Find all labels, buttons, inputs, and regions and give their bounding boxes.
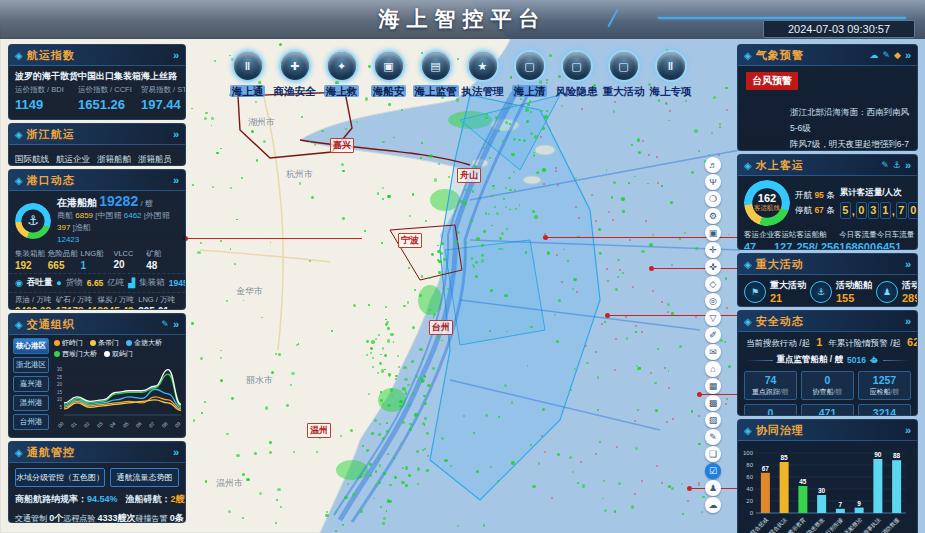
- edit-icon[interactable]: ✎: [161, 319, 169, 329]
- app-label: 海上监管: [413, 85, 459, 97]
- app-label: 海上清: [512, 85, 548, 97]
- more-chevron-icon[interactable]: »: [173, 174, 179, 186]
- more-chevron-icon[interactable]: »: [905, 258, 911, 270]
- legend-item[interactable]: 虾峙门: [54, 338, 83, 348]
- key-supervised-divider: 重点监管船舶 / 艘 5016 ⛴: [738, 352, 917, 368]
- panel-safety-dynamics: ◈ 安全动态 » 当前搜救行动 /起 1 年累计险情预警 /起 62 重点监管船…: [737, 310, 918, 416]
- megaphone-icon[interactable]: ♬: [705, 157, 721, 173]
- nav-control-button[interactable]: 水域分级管控（五色图）: [15, 468, 105, 487]
- app-button-风险隐患[interactable]: ▢风险隐患: [553, 50, 600, 97]
- panel-zhejiang-shipping: ◈ 浙江航运 » 国际航线245航运企业1664浙籍船舶6921浙籍船员7966…: [8, 123, 186, 166]
- mail-icon[interactable]: ✉: [705, 344, 721, 360]
- beacon-icon[interactable]: ❍: [705, 191, 721, 207]
- image-icon[interactable]: ▩: [705, 395, 721, 411]
- legend-item[interactable]: 条帚门: [90, 338, 119, 348]
- nav-footer-stats: 交通管制 0个远程点验 4333艘次碰撞告警 0条: [9, 509, 185, 523]
- app-button-海上清[interactable]: ▢海上清: [506, 50, 553, 97]
- ship-type-stat: VLCC20: [113, 249, 146, 271]
- sar-count: 1: [816, 336, 822, 348]
- svg-text:08: 08: [161, 420, 169, 428]
- legend-item[interactable]: 金塘大桥: [126, 338, 162, 348]
- panel-title: 浙江航运: [27, 127, 75, 142]
- fullscreen-icon[interactable]: ✛: [705, 242, 721, 258]
- fish-value: 12423: [57, 235, 79, 244]
- passenger-stat: 今日客流量168600: [839, 230, 877, 250]
- port-area-tabs: 核心港区浙北港区嘉兴港温州港台州港: [13, 338, 49, 435]
- bar-联合执法[interactable]: [780, 462, 789, 513]
- polygon-icon[interactable]: ◇: [705, 276, 721, 292]
- building-icon[interactable]: ⌂: [705, 361, 721, 377]
- activity-stat: ⚓活动船舶155: [810, 279, 872, 304]
- bar-海事执法[interactable]: [873, 459, 882, 513]
- safety-cell[interactable]: 1257应检船/艘: [858, 371, 911, 400]
- bar-行刑衔接[interactable]: [836, 509, 845, 513]
- passenger-stat: 今日车流量6451: [877, 230, 915, 250]
- bar-三无船整治[interactable]: [855, 508, 864, 513]
- more-chevron-icon[interactable]: »: [905, 424, 911, 436]
- filter-icon[interactable]: ▽: [705, 310, 721, 326]
- passenger-stat: 客运企业47: [744, 230, 774, 250]
- cloud-icon[interactable]: ☁: [705, 497, 721, 513]
- port-area-tab[interactable]: 嘉兴港: [13, 376, 49, 392]
- helm-icon[interactable]: ⚙: [705, 208, 721, 224]
- signal-tower-icon[interactable]: Ψ: [705, 174, 721, 190]
- throughput-row: ◉ 吞吐量 ● 货物 6.65 亿吨 ▟ 集装箱 1945.92 万TEU: [9, 273, 185, 293]
- app-button-商渔安全[interactable]: ✚商渔安全: [271, 50, 318, 97]
- passenger-routes-gauge: 162 客运航线: [744, 180, 790, 226]
- app-button-海上救[interactable]: ✦海上救: [318, 50, 365, 97]
- ship-icon[interactable]: ⚓: [893, 160, 901, 170]
- nav-control-button[interactable]: 通航流量态势图: [110, 468, 179, 487]
- app-button-海上专项[interactable]: ‖海上专项: [647, 50, 694, 97]
- app-button-海上通[interactable]: ‖海上通: [224, 50, 271, 97]
- pushpin-icon[interactable]: ✜: [705, 259, 721, 275]
- zhejiang-stat: 国际航线245: [15, 148, 56, 166]
- port-area-tab[interactable]: 台州港: [13, 414, 49, 430]
- pencil-icon[interactable]: ✎: [705, 429, 721, 445]
- app-button-执法管理[interactable]: ★执法管理: [459, 50, 506, 97]
- app-button-重大活动[interactable]: ▢重大活动: [600, 50, 647, 97]
- edit-icon[interactable]: ✎: [881, 160, 889, 170]
- diamond-icon: ◈: [744, 316, 752, 327]
- port-area-tab[interactable]: 核心港区: [13, 338, 49, 354]
- more-chevron-icon[interactable]: »: [173, 128, 179, 140]
- passenger-stat: 客运船舶258/ 256: [797, 230, 840, 250]
- more-chevron-icon[interactable]: »: [173, 446, 179, 458]
- legend-item[interactable]: 西堠门大桥: [54, 349, 97, 359]
- svg-text:40: 40: [746, 486, 753, 492]
- safety-cell[interactable]: 0协查船/艘: [801, 371, 854, 400]
- safety-cell[interactable]: 471违章报警船/艘: [801, 404, 854, 416]
- safety-cell[interactable]: 3214红黄码船/艘: [858, 404, 911, 416]
- more-chevron-icon[interactable]: »: [905, 49, 911, 61]
- diamond-alert-icon[interactable]: ◆: [894, 50, 901, 60]
- panel-port-dynamics: ◈ 港口动态 » ⚓ 在港船舶 19282 / 艘 商船 6859: [8, 169, 186, 310]
- safety-cell[interactable]: 0必检船/艘: [744, 404, 797, 416]
- message-icon[interactable]: ❏: [705, 446, 721, 462]
- edit-icon[interactable]: ✎: [882, 50, 890, 60]
- more-chevron-icon[interactable]: »: [173, 49, 179, 61]
- person-icon[interactable]: ♟: [705, 480, 721, 496]
- typhoon-warning-badge[interactable]: 台风预警: [746, 72, 798, 90]
- grid-icon[interactable]: ▦: [705, 378, 721, 394]
- bar-消防救援[interactable]: [892, 460, 901, 513]
- bar-警示教育[interactable]: [798, 486, 807, 513]
- legend-dot-icon: [54, 351, 60, 357]
- svg-text:20: 20: [746, 498, 753, 504]
- measure-icon[interactable]: ✐: [705, 327, 721, 343]
- more-chevron-icon[interactable]: »: [905, 159, 911, 171]
- more-chevron-icon[interactable]: »: [905, 315, 911, 327]
- port-area-tab[interactable]: 温州港: [13, 395, 49, 411]
- bar-联合惩戒[interactable]: [761, 473, 770, 513]
- more-chevron-icon[interactable]: »: [173, 318, 179, 330]
- checkbox-icon[interactable]: ☑: [705, 463, 721, 479]
- camera-icon[interactable]: ▣: [705, 225, 721, 241]
- cloud-icon[interactable]: ☁: [869, 50, 878, 60]
- app-button-海船安[interactable]: ▣海船安: [365, 50, 412, 97]
- app-label: 商渔安全: [274, 85, 316, 97]
- bar-隐患整改[interactable]: [817, 495, 826, 513]
- picture-icon[interactable]: ▨: [705, 412, 721, 428]
- app-button-海上监管[interactable]: ▤海上监管: [412, 50, 459, 97]
- locate-icon[interactable]: ◎: [705, 293, 721, 309]
- port-area-tab[interactable]: 浙北港区: [13, 357, 49, 373]
- safety-cell[interactable]: 74重点跟踪/艘: [744, 371, 797, 400]
- legend-item[interactable]: 双屿门: [104, 349, 133, 359]
